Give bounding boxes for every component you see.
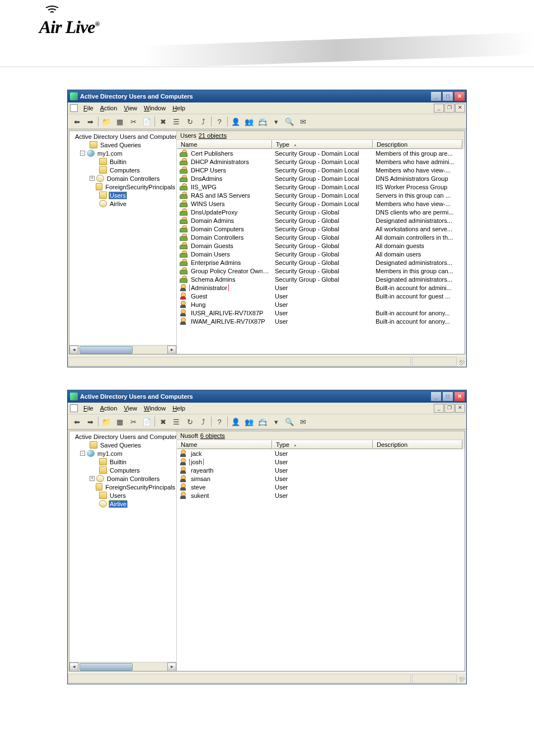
back-arrow-icon[interactable]: ⬅	[71, 115, 83, 128]
list-row[interactable]: josh User	[177, 458, 465, 466]
list-row[interactable]: Administrator User Built-in account for …	[177, 283, 465, 292]
list-row[interactable]: Domain Users Security Group - Global All…	[177, 250, 465, 258]
tree-label[interactable]: ForeignSecurityPrincipals	[104, 184, 176, 190]
tree-node[interactable]: + Domain Controllers	[71, 474, 176, 483]
list-row[interactable]: IWAM_AIRLIVE-RV7IX87P User Built-in acco…	[177, 317, 465, 325]
list-row[interactable]: DHCP Administrators Security Group - Dom…	[177, 157, 465, 166]
filter-icon[interactable]: ▾	[270, 115, 282, 128]
column-header-desc[interactable]: Description	[373, 140, 462, 149]
horizontal-scrollbar[interactable]: ◂ ▸	[69, 345, 176, 354]
column-header-type[interactable]: Type	[272, 440, 373, 449]
tree-expand-icon[interactable]: +	[90, 476, 95, 481]
column-header-desc[interactable]: Description	[373, 440, 462, 449]
list-row[interactable]: simsan User	[177, 474, 465, 483]
tree-node[interactable]: Users	[71, 491, 176, 500]
child-minimize-button[interactable]: _	[434, 404, 444, 413]
child-restore-button[interactable]: ❐	[444, 104, 455, 113]
minimize-button[interactable]: _	[430, 91, 442, 101]
menu-view[interactable]: View	[120, 104, 140, 113]
scroll-thumb[interactable]	[79, 346, 133, 354]
scroll-right-button[interactable]: ▸	[167, 662, 176, 671]
tree-node[interactable]: - my1.com	[71, 149, 176, 157]
titlebar[interactable]: Active Directory Users and Computers _ □…	[68, 390, 466, 403]
resize-grip-icon[interactable]	[457, 673, 466, 684]
new-icon[interactable]: ☰	[170, 115, 182, 128]
refresh-icon[interactable]: ↻	[184, 115, 196, 128]
user-group-add-icon[interactable]: 👥	[243, 115, 255, 128]
tree-label[interactable]: my1.com	[96, 150, 124, 157]
tree-label[interactable]: Users	[109, 492, 127, 499]
delete-icon[interactable]: ✖	[157, 416, 169, 428]
tree-label[interactable]: Active Directory Users and Computer	[74, 433, 177, 440]
user-ou-icon[interactable]: 📇	[256, 115, 269, 128]
list-row[interactable]: WINS Users Security Group - Domain Local…	[177, 199, 465, 208]
delete-icon[interactable]: ✖	[157, 115, 169, 128]
up-folder-icon[interactable]: 📁	[100, 416, 113, 428]
list-row[interactable]: jack User	[177, 449, 465, 458]
scroll-left-button[interactable]: ◂	[69, 662, 78, 671]
back-arrow-icon[interactable]: ⬅	[71, 416, 83, 428]
scroll-right-button[interactable]: ▸	[167, 346, 176, 354]
user-ou-icon[interactable]: 📇	[256, 416, 269, 428]
copy-icon[interactable]: 📄	[140, 115, 153, 128]
list-row[interactable]: DnsUpdateProxy Security Group - Global D…	[177, 208, 465, 216]
list-row[interactable]: Domain Guests Security Group - Global Al…	[177, 241, 465, 250]
list-row[interactable]: Enterprise Admins Security Group - Globa…	[177, 258, 465, 267]
tree-expand-icon[interactable]: +	[90, 176, 95, 181]
tree-label[interactable]: Users	[109, 192, 127, 199]
tree-label[interactable]: Active Directory Users and Computer	[74, 133, 177, 140]
fwd-arrow-icon[interactable]: ➡	[84, 416, 96, 428]
list-row[interactable]: DnsAdmins Security Group - Domain Local …	[177, 174, 465, 183]
child-restore-button[interactable]: ❐	[444, 404, 455, 413]
properties-icon[interactable]: ▦	[114, 115, 126, 128]
find-icon[interactable]: 🔍	[283, 416, 296, 428]
minimize-button[interactable]: _	[430, 391, 442, 402]
user-group-add-icon[interactable]: 👥	[243, 416, 255, 428]
tree-node[interactable]: ForeignSecurityPrincipals	[71, 483, 176, 491]
user-add-icon[interactable]: 👤	[229, 416, 242, 428]
tree-node[interactable]: Builtin	[71, 157, 176, 166]
tree-node[interactable]: Computers	[71, 166, 176, 174]
column-header-name[interactable]: Name	[177, 140, 272, 149]
copy-icon[interactable]: 📄	[140, 416, 153, 428]
resize-grip-icon[interactable]	[457, 356, 466, 367]
properties-icon[interactable]: ▦	[114, 416, 126, 428]
maximize-button[interactable]: □	[442, 391, 453, 402]
column-header-type[interactable]: Type	[272, 140, 373, 149]
list-row[interactable]: RAS and IAS Servers Security Group - Dom…	[177, 191, 465, 199]
export-icon[interactable]: ⤴	[197, 416, 209, 428]
up-folder-icon[interactable]: 📁	[100, 115, 113, 128]
tree-node[interactable]: Computers	[71, 466, 176, 474]
menu-window[interactable]: Window	[140, 404, 169, 413]
tree-label[interactable]: Saved Queries	[99, 442, 142, 449]
list-row[interactable]: Cert Publishers Security Group - Domain …	[177, 149, 465, 157]
help-icon[interactable]: ?	[213, 416, 226, 428]
filter-icon[interactable]: ▾	[270, 416, 282, 428]
maximize-button[interactable]: □	[442, 91, 453, 101]
list-row[interactable]: rayearth User	[177, 466, 465, 474]
refresh-icon[interactable]: ↻	[184, 416, 196, 428]
tree-node[interactable]: + Domain Controllers	[71, 174, 176, 183]
tree-node[interactable]: ForeignSecurityPrincipals	[71, 183, 176, 191]
mail-icon[interactable]: ✉	[297, 416, 309, 428]
tree-node[interactable]: Saved Queries	[71, 441, 176, 449]
scroll-left-button[interactable]: ◂	[69, 346, 78, 354]
titlebar[interactable]: Active Directory Users and Computers _ □…	[68, 90, 466, 102]
menu-action[interactable]: Action	[97, 404, 121, 413]
tree-label[interactable]: Computers	[109, 467, 141, 474]
tree-node[interactable]: - my1.com	[71, 449, 176, 458]
user-add-icon[interactable]: 👤	[229, 115, 242, 128]
menu-help[interactable]: Help	[169, 104, 189, 113]
tree-label[interactable]: Domain Controllers	[106, 175, 161, 182]
tree-label[interactable]: my1.com	[96, 450, 124, 457]
menu-view[interactable]: View	[120, 404, 140, 413]
cut-icon[interactable]: ✂	[127, 416, 139, 428]
tree-pane[interactable]: Active Directory Users and Computer Save…	[69, 431, 177, 671]
close-button[interactable]: ✕	[454, 391, 465, 402]
list-row[interactable]: Domain Computers Security Group - Global…	[177, 225, 465, 233]
list-row[interactable]: sukent User	[177, 491, 465, 500]
tree-node[interactable]: Active Directory Users and Computer	[71, 132, 176, 141]
export-icon[interactable]: ⤴	[197, 115, 209, 128]
menu-file[interactable]: File	[80, 404, 97, 413]
list-row[interactable]: DHCP Users Security Group - Domain Local…	[177, 166, 465, 174]
